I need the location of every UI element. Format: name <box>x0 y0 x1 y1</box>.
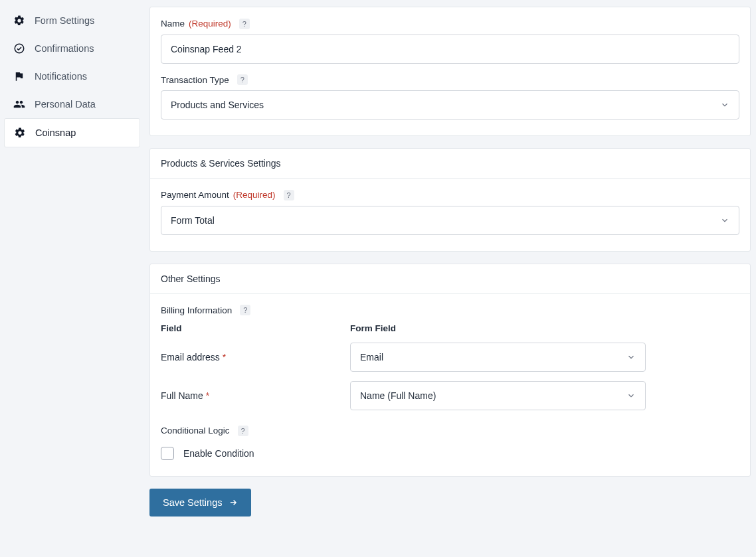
sidebar-item-label: Coinsnap <box>35 127 76 138</box>
field-column-header: Field <box>161 323 350 333</box>
transaction-type-select[interactable]: Products and Services <box>161 90 739 119</box>
required-tag: (Required) <box>189 19 231 29</box>
enable-condition-checkbox[interactable] <box>161 447 174 460</box>
conditional-logic-section: Conditional Logic ? Enable Condition <box>161 425 739 460</box>
gear-icon <box>13 15 25 27</box>
sidebar-item-notifications[interactable]: Notifications <box>4 62 140 90</box>
select-value: Email <box>360 352 383 362</box>
billing-row-select-wrap: Email <box>350 343 646 372</box>
flag-icon <box>13 70 25 82</box>
select-value: Name (Full Name) <box>360 390 436 401</box>
required-tag: (Required) <box>233 190 276 200</box>
help-icon[interactable]: ? <box>239 19 250 29</box>
sidebar: Form Settings Confirmations Notification… <box>4 7 140 537</box>
name-label: Name (Required) ? <box>161 19 250 29</box>
sidebar-item-label: Form Settings <box>35 15 94 26</box>
select-value: Products and Services <box>171 100 264 110</box>
sidebar-item-label: Notifications <box>35 71 87 82</box>
full-name-field-select[interactable]: Name (Full Name) <box>350 381 646 410</box>
billing-info-label: Billing Information ? <box>161 305 250 315</box>
save-settings-button[interactable]: Save Settings <box>149 489 251 517</box>
other-settings-panel: Other Settings Billing Information ? Fie… <box>149 264 751 477</box>
gear-icon <box>14 127 26 139</box>
label-text: Name <box>161 19 185 29</box>
panel-header: Products & Services Settings <box>150 149 750 179</box>
label-text: Full Name <box>161 390 203 401</box>
sidebar-item-personal-data[interactable]: Personal Data <box>4 90 140 118</box>
enable-condition-label: Enable Condition <box>183 448 254 459</box>
transaction-type-label: Transaction Type ? <box>161 74 248 85</box>
sidebar-item-confirmations[interactable]: Confirmations <box>4 35 140 62</box>
payment-amount-label: Payment Amount (Required) ? <box>161 190 294 200</box>
select-value: Form Total <box>171 215 215 226</box>
people-icon <box>13 98 25 110</box>
help-icon[interactable]: ? <box>237 74 248 85</box>
help-icon[interactable]: ? <box>284 190 294 200</box>
chevron-down-icon <box>720 100 729 110</box>
check-circle-icon <box>13 42 25 54</box>
email-field-select[interactable]: Email <box>350 343 646 372</box>
enable-condition-row: Enable Condition <box>161 447 739 460</box>
form-field-column-header: Form Field <box>350 323 646 333</box>
payment-amount-group: Payment Amount (Required) ? Form Total <box>161 189 739 235</box>
billing-row-label: Full Name* <box>161 390 350 401</box>
arrow-right-icon <box>229 498 238 507</box>
sidebar-item-form-settings[interactable]: Form Settings <box>4 7 140 35</box>
required-star: * <box>223 352 226 362</box>
button-label: Save Settings <box>163 497 222 508</box>
svg-point-0 <box>15 44 24 53</box>
products-services-panel: Products & Services Settings Payment Amo… <box>149 148 751 252</box>
billing-row-label: Email address* <box>161 352 350 362</box>
label-text: Email address <box>161 352 220 362</box>
conditional-logic-label: Conditional Logic ? <box>161 426 248 436</box>
label-text: Transaction Type <box>161 75 229 85</box>
chevron-down-icon <box>720 216 729 225</box>
label-text: Conditional Logic <box>161 426 230 436</box>
help-icon[interactable]: ? <box>240 305 250 315</box>
transaction-type-group: Transaction Type ? Products and Services <box>161 74 739 120</box>
sidebar-item-label: Confirmations <box>35 43 94 54</box>
name-input[interactable] <box>161 35 739 64</box>
label-text: Payment Amount <box>161 190 229 200</box>
label-text: Billing Information <box>161 305 232 315</box>
billing-row-select-wrap: Name (Full Name) <box>350 381 646 410</box>
chevron-down-icon <box>626 391 636 400</box>
billing-grid: Field Form Field Email address* Email Fu… <box>161 323 739 410</box>
main-content: Name (Required) ? Transaction Type ? Pro… <box>149 7 751 537</box>
sidebar-item-coinsnap[interactable]: Coinsnap <box>4 118 140 147</box>
feed-basic-panel: Name (Required) ? Transaction Type ? Pro… <box>149 7 751 136</box>
payment-amount-select[interactable]: Form Total <box>161 206 739 235</box>
help-icon[interactable]: ? <box>238 426 248 436</box>
panel-header: Other Settings <box>150 264 750 294</box>
name-field-group: Name (Required) ? <box>161 18 739 64</box>
chevron-down-icon <box>626 353 636 362</box>
required-star: * <box>206 390 209 401</box>
sidebar-item-label: Personal Data <box>35 99 96 110</box>
